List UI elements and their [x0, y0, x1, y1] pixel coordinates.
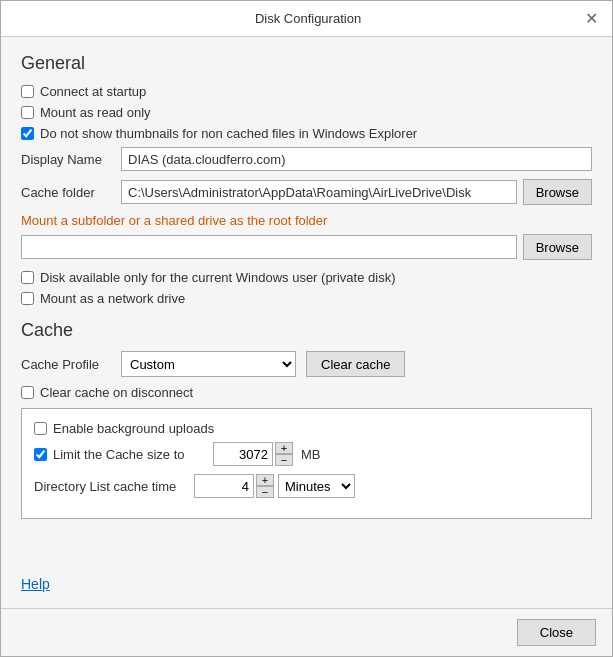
- dialog-content: General Connect at startup Mount as read…: [1, 37, 612, 608]
- cache-options-box: Enable background uploads Limit the Cach…: [21, 408, 592, 519]
- clear-on-disconnect-label[interactable]: Clear cache on disconnect: [40, 385, 193, 400]
- mount-read-only-checkbox[interactable]: [21, 106, 34, 119]
- cache-folder-browse-button[interactable]: Browse: [523, 179, 592, 205]
- dir-list-cache-label: Directory List cache time: [34, 479, 194, 494]
- limit-cache-row: Limit the Cache size to + − MB: [34, 442, 579, 466]
- connect-at-startup-label[interactable]: Connect at startup: [40, 84, 146, 99]
- subfolder-label: Mount a subfolder or a shared drive as t…: [21, 213, 592, 228]
- dialog-title: Disk Configuration: [33, 11, 583, 26]
- dir-list-cache-input[interactable]: [194, 474, 254, 498]
- display-name-input[interactable]: [121, 147, 592, 171]
- subfolder-input[interactable]: [21, 235, 517, 259]
- cache-section-title: Cache: [21, 320, 592, 341]
- dir-list-cache-increment-button[interactable]: +: [256, 474, 274, 486]
- cache-folder-row: Cache folder Browse: [21, 179, 592, 205]
- general-section: General Connect at startup Mount as read…: [21, 53, 592, 312]
- limit-cache-stepper: + −: [275, 442, 293, 466]
- no-thumbnails-label[interactable]: Do not show thumbnails for non cached fi…: [40, 126, 417, 141]
- private-disk-label[interactable]: Disk available only for the current Wind…: [40, 270, 395, 285]
- limit-cache-input[interactable]: [213, 442, 273, 466]
- subfolder-row: Browse: [21, 234, 592, 260]
- network-drive-label[interactable]: Mount as a network drive: [40, 291, 185, 306]
- connect-at-startup-row: Connect at startup: [21, 84, 592, 99]
- limit-cache-unit: MB: [301, 447, 321, 462]
- display-name-label: Display Name: [21, 152, 121, 167]
- no-thumbnails-checkbox[interactable]: [21, 127, 34, 140]
- display-name-row: Display Name: [21, 147, 592, 171]
- dir-list-cache-stepper: + −: [256, 474, 274, 498]
- dir-list-cache-unit-select[interactable]: Minutes Seconds Hours: [278, 474, 355, 498]
- dir-list-cache-decrement-button[interactable]: −: [256, 486, 274, 498]
- limit-cache-increment-button[interactable]: +: [275, 442, 293, 454]
- enable-bg-uploads-checkbox[interactable]: [34, 422, 47, 435]
- enable-bg-uploads-row: Enable background uploads: [34, 421, 579, 436]
- close-button[interactable]: Close: [517, 619, 596, 646]
- clear-on-disconnect-row: Clear cache on disconnect: [21, 385, 592, 400]
- clear-cache-button[interactable]: Clear cache: [306, 351, 405, 377]
- enable-bg-uploads-label[interactable]: Enable background uploads: [53, 421, 214, 436]
- cache-folder-input[interactable]: [121, 180, 517, 204]
- help-link[interactable]: Help: [21, 560, 592, 592]
- limit-cache-checkbox[interactable]: [34, 448, 47, 461]
- network-drive-checkbox[interactable]: [21, 292, 34, 305]
- limit-cache-decrement-button[interactable]: −: [275, 454, 293, 466]
- cache-folder-label: Cache folder: [21, 185, 121, 200]
- cache-profile-row: Cache Profile Custom Standard Performanc…: [21, 351, 592, 377]
- disk-configuration-dialog: Disk Configuration ✕ General Connect at …: [0, 0, 613, 657]
- close-icon[interactable]: ✕: [583, 11, 600, 27]
- limit-cache-label: Limit the Cache size to: [53, 447, 213, 462]
- mount-read-only-label[interactable]: Mount as read only: [40, 105, 151, 120]
- private-disk-checkbox[interactable]: [21, 271, 34, 284]
- mount-read-only-row: Mount as read only: [21, 105, 592, 120]
- cache-profile-label: Cache Profile: [21, 357, 121, 372]
- subfolder-browse-button[interactable]: Browse: [523, 234, 592, 260]
- cache-section: Cache Cache Profile Custom Standard Perf…: [21, 320, 592, 519]
- cache-profile-select[interactable]: Custom Standard Performance None: [121, 351, 296, 377]
- dialog-footer: Close: [1, 608, 612, 656]
- general-section-title: General: [21, 53, 592, 74]
- no-thumbnails-row: Do not show thumbnails for non cached fi…: [21, 126, 592, 141]
- title-bar: Disk Configuration ✕: [1, 1, 612, 37]
- connect-at-startup-checkbox[interactable]: [21, 85, 34, 98]
- private-disk-row: Disk available only for the current Wind…: [21, 270, 592, 285]
- network-drive-row: Mount as a network drive: [21, 291, 592, 306]
- dir-list-cache-row: Directory List cache time + − Minutes Se…: [34, 474, 579, 498]
- clear-on-disconnect-checkbox[interactable]: [21, 386, 34, 399]
